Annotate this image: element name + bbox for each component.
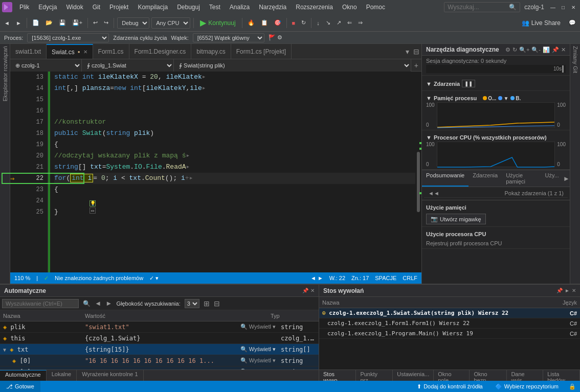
call-tab-lista-bledow[interactable]: Lista błędów: [543, 370, 580, 381]
tab-bitmapy[interactable]: bitmapy.cs: [191, 44, 231, 59]
step-over-button[interactable]: ↓: [315, 19, 322, 27]
process-select[interactable]: [15636] czolg-1.exe: [27, 33, 109, 42]
events-pause-btn[interactable]: ❚❚: [462, 80, 475, 87]
auto-tab-automatyczne[interactable]: Automatyczne: [0, 370, 47, 381]
menu-okno[interactable]: Okno: [338, 3, 361, 12]
menu-rozszerzenia[interactable]: Rozszerzenia: [292, 3, 337, 12]
zoom-level[interactable]: 110 %: [14, 275, 30, 281]
bulb-icon[interactable]: 💡: [90, 200, 96, 206]
tab-swiat-cs-close[interactable]: ✕: [83, 49, 87, 55]
open-button[interactable]: 📂: [43, 18, 55, 27]
diag-tab-podsumowanie[interactable]: Podsumowanie: [422, 170, 469, 187]
method-nav-select[interactable]: ∲ Swiat(string plik): [174, 59, 411, 72]
auto-nav-back[interactable]: ◄: [95, 299, 101, 307]
diag-tab-pamiec[interactable]: Użycie pamięci: [502, 170, 541, 187]
thread-select[interactable]: [6552] Wątek główny: [193, 33, 264, 42]
menu-narzedzia[interactable]: Narzędzia: [255, 3, 291, 12]
restart-button[interactable]: ↻: [299, 18, 308, 27]
code-content[interactable]: static int ileKlatekX = 20, ileKlatek▸ i…: [50, 72, 415, 272]
code-editor[interactable]: ⇒ 13 14 15 16 17 18 19: [10, 72, 421, 272]
txt-view-btn[interactable]: 🔍 Wyświetl ▾: [238, 346, 278, 353]
call-pin-btn[interactable]: 📌: [556, 288, 563, 293]
diag-chart-btn[interactable]: 📊: [543, 47, 550, 53]
menu-analiza[interactable]: Analiza: [226, 3, 254, 12]
new-file-button[interactable]: 📄: [30, 18, 41, 27]
auto-tab-lokalne[interactable]: Lokalne: [47, 370, 77, 381]
tab-form1-projekt[interactable]: Form1.cs [Projekt]: [231, 44, 292, 59]
plik-view-btn[interactable]: 🔍 Wyświetl ▾: [238, 324, 278, 330]
auto-row-0[interactable]: ◈ [0] "16 16 16 16 16 16 16 16 16 16 1..…: [0, 355, 319, 366]
auto-collapse-btn[interactable]: ⊟: [214, 299, 220, 308]
debug-btn-3[interactable]: 🎯: [272, 18, 283, 27]
forward-button[interactable]: ►: [14, 19, 24, 27]
auto-row-this[interactable]: ◈ this {czolg_1.Swiat} czolg_1.Swiat: [0, 333, 319, 344]
call-tab-ustawienia[interactable]: Ustawienia...: [393, 370, 434, 381]
menu-debuguj[interactable]: Debuguj: [173, 3, 204, 12]
call-row-1[interactable]: czolg-1.execzolg_1.Form1.Form1() Wiersz …: [319, 318, 580, 329]
menu-pomoc[interactable]: Pomoc: [362, 3, 389, 12]
save-button[interactable]: 💾: [57, 18, 68, 27]
diag-zoom-out-btn[interactable]: 🔍-: [531, 47, 541, 53]
tab-swiat-cs[interactable]: Swiat.cs ● ✕: [47, 44, 93, 59]
diag-refresh-btn[interactable]: ↻: [512, 47, 517, 53]
tab-layout-button[interactable]: ⊟: [411, 48, 421, 56]
close-button[interactable]: ✕: [569, 3, 578, 12]
menu-git[interactable]: Git: [88, 3, 104, 12]
debug-nav-2[interactable]: ⇒: [356, 18, 365, 27]
auto-nav-forward[interactable]: ►: [105, 299, 112, 307]
save-all-button[interactable]: 💾+: [70, 18, 84, 27]
auto-close-btn[interactable]: ✕: [310, 288, 315, 293]
call-row-2[interactable]: czolg-1.execzolg_1.Program.Main() Wiersz…: [319, 329, 580, 339]
solution-explorer-label[interactable]: Eksplorator rozwiązań: [2, 46, 8, 101]
events-arrow-left[interactable]: ◄◄: [428, 190, 439, 196]
diag-zoom-in-btn[interactable]: 🔍+: [519, 47, 529, 53]
collapse-icon[interactable]: ▭: [90, 207, 96, 214]
diag-tab-uzy[interactable]: Uży...: [541, 170, 563, 187]
file-nav-select[interactable]: ⊕ czolg-1: [10, 59, 82, 72]
back-button[interactable]: ◄: [2, 19, 12, 27]
call-overflow-btn[interactable]: ►: [565, 288, 570, 293]
debug-btn-1[interactable]: 🔥: [246, 18, 257, 27]
call-tab-okno-pole[interactable]: Okno pole...: [434, 370, 470, 381]
menu-kompilacja[interactable]: Kompilacja: [133, 3, 172, 12]
minimize-button[interactable]: —: [548, 3, 557, 12]
step-into-button[interactable]: ↘: [324, 18, 332, 27]
git-changes-label[interactable]: Zmiany Git: [572, 46, 578, 73]
debug-nav-1[interactable]: ⇐: [345, 18, 354, 27]
source-control-button[interactable]: ⬆ Dodaj do kontroli źródła: [411, 381, 489, 392]
auto-pin-btn[interactable]: 📌: [302, 288, 308, 293]
menu-test[interactable]: Test: [205, 3, 225, 12]
auto-search-input[interactable]: [2, 299, 79, 308]
live-share-button[interactable]: 👥 Live Share: [519, 18, 564, 28]
cpu-target-select[interactable]: Any CPU: [151, 17, 190, 29]
class-nav-select[interactable]: ∲ czolg_1.Swiat: [82, 59, 174, 72]
auto-row-plik[interactable]: ◈ plik "swiat1.txt" 🔍 Wyświetl ▾ string: [0, 321, 319, 333]
call-close-btn[interactable]: ✕: [572, 288, 576, 293]
nav-add-button[interactable]: +: [411, 61, 421, 70]
search-box[interactable]: 🔍: [444, 2, 520, 12]
auto-row-txt[interactable]: ▼ ◈ txt {string[15]} 🔍 Wyświetl ▾ string…: [0, 344, 319, 355]
debug-mode-select[interactable]: Debug: [117, 17, 149, 29]
call-row-0[interactable]: ⊙ czolg-1.execzolg_1.Swiat.Swiat(string …: [319, 308, 580, 318]
stop-button[interactable]: ■: [290, 19, 298, 27]
repo-select-button[interactable]: 🔷 Wybierz repozytorium: [489, 381, 565, 392]
call-tab-okno-bezp[interactable]: Okno bezp...: [470, 370, 507, 381]
continue-button[interactable]: ▶ Kontynuuj: [197, 17, 238, 29]
diag-close-btn[interactable]: ✕: [561, 47, 566, 53]
undo-button[interactable]: ↩: [91, 18, 100, 27]
diag-tabs-overflow[interactable]: ►: [563, 170, 570, 187]
tab-overflow-button[interactable]: ▾: [404, 48, 411, 56]
menu-projekt[interactable]: Projekt: [105, 3, 132, 12]
call-tab-punkty[interactable]: Punkty prz...: [356, 370, 393, 381]
auto-expand-btn[interactable]: ⊞: [204, 299, 210, 308]
scroll-thumb[interactable]: [417, 152, 420, 212]
code-scrollbar[interactable]: [415, 72, 421, 272]
snapshot-button[interactable]: 📷 Utwórz migawkę: [426, 214, 486, 224]
txt-expand-arrow[interactable]: ▼: [3, 347, 6, 353]
idx0-view-btn[interactable]: 🔍 Wyświetl ▾: [238, 357, 278, 364]
call-tab-dane-wyjs[interactable]: Dane wyjs...: [507, 370, 543, 381]
maximize-button[interactable]: □: [559, 3, 568, 12]
depth-select[interactable]: 3: [185, 299, 199, 308]
search-input[interactable]: [448, 4, 509, 11]
redo-button[interactable]: ↪: [102, 18, 110, 27]
